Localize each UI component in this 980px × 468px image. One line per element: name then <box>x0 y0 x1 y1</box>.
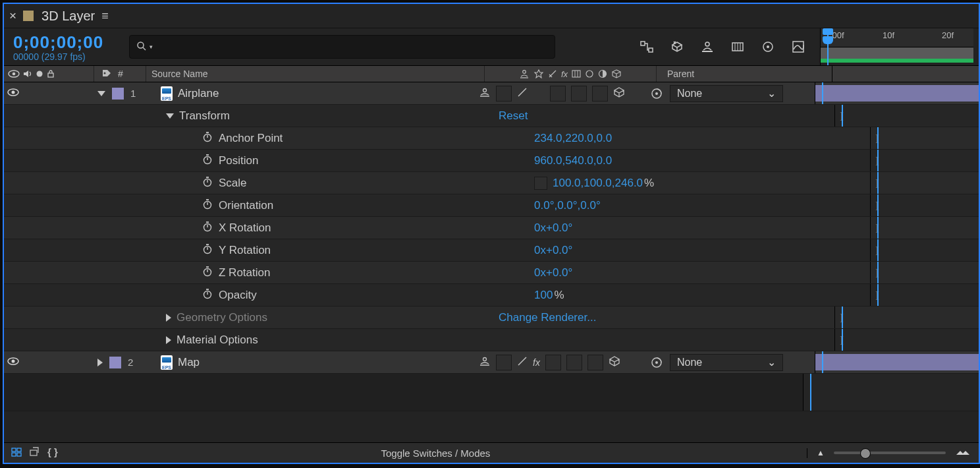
parent-pickwhip-icon[interactable] <box>650 356 663 369</box>
layer-index: 1 <box>130 88 136 99</box>
prop-value[interactable]: 0x+0.0° <box>534 244 572 257</box>
stopwatch-icon[interactable] <box>202 153 213 168</box>
property-row-orientation[interactable]: Orientation 0.0°,0.0°,0.0° I <box>4 194 979 217</box>
svg-rect-16 <box>48 73 53 77</box>
stopwatch-icon[interactable] <box>202 243 213 258</box>
frame-blend-icon[interactable] <box>730 40 745 54</box>
material-options-row[interactable]: Material Options I <box>4 329 979 351</box>
prop-value[interactable]: 100% <box>534 289 564 302</box>
switch-box[interactable] <box>496 86 512 102</box>
3d-switch[interactable] <box>613 86 625 100</box>
quality-switch[interactable] <box>517 87 528 100</box>
solo-col-icon[interactable] <box>36 70 43 78</box>
parent-pickwhip-icon[interactable] <box>650 87 663 100</box>
layer-color-swatch[interactable] <box>112 88 124 100</box>
comp-title[interactable]: 3D Layer <box>41 9 95 24</box>
switch-box[interactable] <box>496 355 512 370</box>
shy-icon[interactable] <box>700 40 715 54</box>
geometry-options-row[interactable]: Geometry Options Change Renderer... I <box>4 307 979 329</box>
layer-bar[interactable] <box>815 85 979 102</box>
property-row-position[interactable]: Position 960.0,540.0,0.0 I <box>4 150 979 172</box>
playhead-line[interactable] <box>827 28 829 65</box>
constrain-proportions[interactable] <box>534 177 547 190</box>
layer-color-swatch[interactable] <box>109 357 121 368</box>
panel-menu-icon[interactable]: ≡ <box>101 9 109 23</box>
comp-flow-icon[interactable] <box>640 40 654 54</box>
stopwatch-icon[interactable] <box>202 265 213 280</box>
parent-dropdown[interactable]: None ⌄ <box>670 354 783 371</box>
property-row-yrotation[interactable]: Y Rotation 0x+0.0° I <box>4 239 979 262</box>
stopwatch-icon[interactable] <box>202 198 213 213</box>
quality-switch[interactable] <box>517 356 528 368</box>
property-row-scale[interactable]: Scale 100.0,100.0,246.0% I <box>4 172 979 194</box>
twirl-down-icon[interactable] <box>166 113 174 119</box>
video-toggle[interactable] <box>7 357 20 368</box>
time-ruler[interactable]: :00f 10f 20f <box>820 28 973 65</box>
switch-box[interactable] <box>571 86 587 102</box>
prop-label: X Rotation <box>219 221 271 235</box>
property-row-anchor[interactable]: Anchor Point 234.0,220.0,0.0 I <box>4 127 979 150</box>
prop-value[interactable]: 0.0°,0.0°,0.0° <box>534 199 601 212</box>
work-area-bar[interactable] <box>821 59 973 63</box>
zoom-slider[interactable] <box>834 452 946 454</box>
stopwatch-icon[interactable] <box>202 220 213 235</box>
3d-switch[interactable] <box>609 355 620 369</box>
label-col-icon[interactable] <box>101 68 113 80</box>
lock-col-icon[interactable] <box>46 69 55 78</box>
parent-header[interactable]: Parent <box>657 66 832 82</box>
property-row-opacity[interactable]: Opacity 100% I <box>4 284 979 307</box>
timecode-value[interactable]: 0;00;00;00 <box>13 32 125 53</box>
render-queue-icon[interactable] <box>29 446 41 460</box>
twirl-down-icon[interactable] <box>97 91 105 96</box>
zoom-out-icon[interactable]: ▲ <box>817 448 825 457</box>
twirl-right-icon[interactable] <box>166 336 171 344</box>
brackets-icon[interactable]: { } <box>47 446 58 460</box>
fx-switch[interactable]: fx <box>533 357 540 368</box>
stopwatch-icon[interactable] <box>202 131 213 146</box>
prop-value[interactable]: 960.0,540.0,0.0 <box>534 154 612 167</box>
stopwatch-icon[interactable] <box>202 175 213 190</box>
prop-value[interactable]: 100.0,100.0,246.0% <box>553 177 654 190</box>
current-time[interactable]: 0;00;00;00 00000 (29.97 fps) <box>9 32 129 62</box>
prop-value[interactable]: 0x+0.0° <box>534 266 572 279</box>
property-row-xrotation[interactable]: X Rotation 0x+0.0° I <box>4 217 979 239</box>
layer-row-airplane[interactable]: 1 EPS Airplane None ⌄ <box>4 82 979 105</box>
shy-switch[interactable] <box>479 355 491 369</box>
shy-switch[interactable] <box>479 86 491 100</box>
twirl-right-icon[interactable] <box>97 359 103 366</box>
svg-rect-3 <box>649 48 653 52</box>
svg-point-26 <box>12 91 15 94</box>
switch-box[interactable] <box>545 355 561 370</box>
change-renderer-button[interactable]: Change Renderer... <box>499 311 596 324</box>
property-row-zrotation[interactable]: Z Rotation 0x+0.0° I <box>4 262 979 284</box>
switch-box[interactable] <box>566 355 582 370</box>
layer-name[interactable]: Airplane <box>178 87 219 100</box>
toggle-switches-button[interactable]: Toggle Switches / Modes <box>381 448 490 459</box>
stopwatch-icon[interactable] <box>202 287 213 303</box>
source-name-header[interactable]: Source Name <box>146 66 484 82</box>
prop-value[interactable]: 0x+0.0° <box>534 221 572 235</box>
transform-group-row[interactable]: Transform Reset I <box>4 105 979 127</box>
switch-box[interactable] <box>550 86 566 102</box>
twirl-right-icon[interactable] <box>166 314 171 322</box>
video-toggle[interactable] <box>7 88 20 99</box>
toggle-view-icon[interactable] <box>11 446 22 460</box>
switch-box[interactable] <box>592 86 608 102</box>
layer-search-input[interactable]: ▾ <box>129 35 555 59</box>
layer-row-map[interactable]: 2 EPS Map fx None ⌄ <box>4 351 979 374</box>
video-col-icon[interactable] <box>8 69 20 78</box>
layer-bar[interactable] <box>815 354 979 370</box>
parent-dropdown[interactable]: None ⌄ <box>670 85 783 102</box>
reset-button[interactable]: Reset <box>499 109 528 123</box>
draft3d-icon[interactable] <box>670 40 684 54</box>
audio-col-icon[interactable] <box>22 69 33 78</box>
graph-editor-icon[interactable] <box>791 40 805 54</box>
close-icon[interactable]: × <box>9 9 16 23</box>
frame-blend-switch-icon <box>572 69 581 78</box>
prop-value[interactable]: 234.0,220.0,0.0 <box>534 132 612 145</box>
motion-blur-icon[interactable] <box>761 40 775 54</box>
switch-box[interactable] <box>587 355 603 370</box>
zoom-in-icon[interactable] <box>955 448 969 458</box>
dropdown-icon[interactable]: ▾ <box>150 44 153 50</box>
layer-name[interactable]: Map <box>178 356 200 369</box>
